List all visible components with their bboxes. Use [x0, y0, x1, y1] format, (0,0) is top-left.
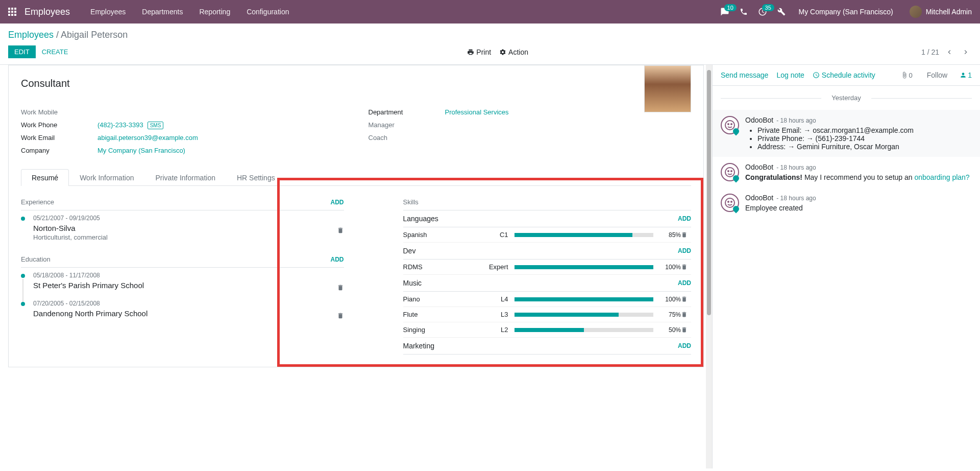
skill-level: Expert	[480, 263, 508, 271]
add-experience-button[interactable]: ADD	[331, 199, 344, 206]
company-selector[interactable]: My Company (San Francisco)	[791, 8, 901, 16]
user-menu[interactable]: Mitchell Admin	[901, 6, 972, 18]
skill-group-name: Marketing	[403, 342, 434, 350]
timeline-dot-icon	[21, 302, 25, 306]
app-brand[interactable]: Employees	[24, 7, 70, 17]
skill-group-header: MusicADD	[403, 275, 692, 292]
field-department: Department Professional Services	[369, 106, 692, 119]
date-separator: Yesterday	[721, 90, 972, 106]
apps-icon[interactable]	[8, 8, 16, 16]
notebook-tabs: Resumé Work Information Private Informat…	[21, 169, 691, 186]
messages-icon[interactable]: 10	[715, 7, 734, 16]
employee-photo[interactable]	[644, 65, 691, 112]
skill-progress	[514, 233, 654, 237]
delete-skill-button[interactable]	[681, 326, 691, 333]
field-coach: Coach	[369, 131, 692, 144]
send-message-button[interactable]: Send message	[721, 71, 768, 79]
nav-configuration[interactable]: Configuration	[238, 8, 297, 16]
attachments-button[interactable]: 0	[901, 72, 913, 79]
followers-button[interactable]: 1	[960, 71, 972, 79]
experience-item: 05/21/2007 - 09/19/2005 Norton-Silva Hor…	[21, 215, 344, 241]
user-avatar-icon	[910, 6, 922, 18]
svg-point-1	[728, 124, 729, 125]
trash-icon	[337, 312, 344, 319]
delete-education-button[interactable]	[337, 284, 344, 291]
skill-progress	[514, 265, 654, 269]
employee-job-title: Consultant	[21, 78, 691, 89]
timeline-dot-icon	[21, 217, 25, 221]
tab-private-information[interactable]: Private Information	[144, 169, 226, 186]
pager-next[interactable]	[960, 48, 972, 56]
person-icon	[960, 72, 967, 79]
top-navbar: Employees Employees Departments Reportin…	[0, 0, 980, 23]
skill-progress	[514, 297, 654, 301]
field-company: Company My Company (San Francisco)	[21, 144, 344, 157]
control-panel: Employees / Abigail Peterson EDIT CREATE…	[0, 23, 980, 65]
activities-icon[interactable]: 35	[753, 7, 772, 16]
message-author: OdooBot	[745, 116, 773, 124]
education-item: 07/20/2005 - 02/15/2008 Dandenong North …	[21, 300, 344, 318]
svg-point-8	[731, 201, 732, 202]
skill-name: Flute	[403, 311, 480, 318]
tab-hr-settings[interactable]: HR Settings	[226, 169, 286, 186]
print-button[interactable]: Print	[467, 48, 491, 56]
scrollbar[interactable]	[706, 65, 712, 468]
gear-icon	[499, 49, 506, 56]
delete-skill-button[interactable]	[681, 231, 691, 238]
nav-reporting[interactable]: Reporting	[191, 8, 238, 16]
user-name: Mitchell Admin	[926, 8, 972, 16]
tab-work-information[interactable]: Work Information	[69, 169, 144, 186]
skill-group-name: Languages	[403, 215, 438, 223]
breadcrumb-root[interactable]: Employees	[8, 30, 54, 40]
paperclip-icon	[901, 72, 908, 79]
skill-percent: 75%	[659, 311, 681, 318]
follow-button[interactable]: Follow	[927, 71, 947, 79]
svg-point-4	[728, 171, 729, 172]
add-skill-button[interactable]: ADD	[678, 215, 691, 222]
pager-prev[interactable]	[943, 48, 955, 56]
delete-education-button[interactable]	[337, 312, 344, 319]
delete-skill-button[interactable]	[681, 264, 691, 270]
trash-icon	[337, 227, 344, 234]
message-body: Private Email: → oscar.morgan11@example.…	[745, 126, 972, 151]
schedule-activity-button[interactable]: Schedule activity	[813, 71, 875, 79]
skill-level: L3	[480, 311, 508, 318]
svg-point-3	[725, 168, 734, 177]
create-button[interactable]: CREATE	[36, 45, 75, 58]
action-button[interactable]: Action	[499, 48, 528, 56]
delete-experience-button[interactable]	[337, 227, 344, 234]
nav-departments[interactable]: Departments	[134, 8, 191, 16]
message-author: OdooBot	[745, 163, 773, 171]
delete-skill-button[interactable]	[681, 311, 691, 318]
add-skill-button[interactable]: ADD	[678, 279, 691, 287]
svg-point-2	[731, 124, 732, 125]
delete-skill-button[interactable]	[681, 296, 691, 302]
field-work-mobile: Work Mobile	[21, 106, 344, 119]
message-time: - 18 hours ago	[776, 164, 816, 171]
breadcrumb: Employees / Abigail Peterson	[8, 30, 972, 40]
add-skill-button[interactable]: ADD	[678, 247, 691, 254]
pager-value[interactable]: 1 / 21	[921, 48, 939, 56]
education-item: 05/18/2008 - 11/17/2008 St Peter's Paris…	[21, 272, 344, 290]
skill-group-header: MarketingADD	[403, 338, 692, 355]
field-work-email: Work Email abigail.peterson39@example.co…	[21, 131, 344, 144]
sms-button[interactable]: SMS	[148, 122, 164, 129]
timeline-dot-icon	[21, 274, 25, 278]
tab-resume[interactable]: Resumé	[21, 169, 69, 186]
skill-progress	[514, 328, 654, 332]
add-education-button[interactable]: ADD	[331, 256, 344, 263]
svg-point-0	[725, 121, 734, 130]
edit-button[interactable]: EDIT	[8, 45, 36, 58]
message-body: Congratulations! May I recommend you to …	[745, 173, 972, 181]
message: OdooBot - 18 hours agoPrivate Email: → o…	[713, 110, 980, 157]
debug-icon[interactable]	[772, 8, 791, 16]
nav-employees[interactable]: Employees	[82, 8, 134, 16]
log-note-button[interactable]: Log note	[776, 71, 804, 79]
skill-name: RDMS	[403, 263, 480, 271]
section-education: Education ADD	[21, 251, 344, 268]
phone-icon[interactable]	[734, 8, 753, 16]
message-author: OdooBot	[745, 194, 773, 202]
chatter: Send message Log note Schedule activity …	[712, 65, 980, 468]
section-experience: Experience ADD	[21, 194, 344, 210]
add-skill-button[interactable]: ADD	[678, 342, 691, 349]
